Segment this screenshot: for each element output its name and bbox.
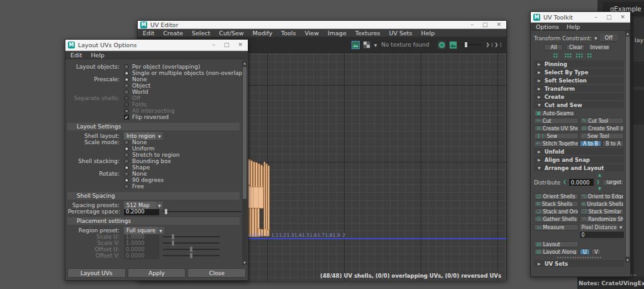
- spacing-presets-dropdown[interactable]: 512 Map▼: [124, 201, 163, 209]
- toolkit-scrollbar[interactable]: ▲ ▼: [625, 31, 630, 263]
- measure-button[interactable]: ⚌Measure: [534, 224, 579, 230]
- section-align-and-snap[interactable]: ▶Align and Snap: [534, 156, 624, 163]
- menu-help[interactable]: Help: [91, 52, 104, 59]
- menu-help[interactable]: Help: [567, 23, 580, 30]
- cut-tool-button[interactable]: ✎Cut Tool: [580, 118, 625, 124]
- menu-edit[interactable]: Edit: [143, 30, 154, 37]
- scroll-down-icon[interactable]: ▼: [625, 258, 630, 263]
- rotate-radio-0[interactable]: [124, 171, 129, 176]
- section-soft-selection[interactable]: ▶Soft Selection: [534, 77, 624, 84]
- gather-shells-button[interactable]: ☰Gather Shells: [534, 216, 579, 222]
- orient-to-edges-button[interactable]: ◹Orient to Edges: [580, 193, 625, 200]
- select-all-button[interactable]: All: [544, 44, 563, 50]
- region-preset-dropdown[interactable]: Full square▼: [124, 227, 164, 234]
- prescale-radio-1[interactable]: [124, 83, 129, 88]
- uv-to-shell-icon[interactable]: [587, 52, 594, 59]
- close-icon[interactable]: ✕: [496, 22, 501, 28]
- scroll-up-icon[interactable]: ▲: [242, 60, 247, 65]
- orient-shells-button[interactable]: ◫Orient Shells: [534, 193, 579, 200]
- distribute-value-field[interactable]: 0.0000: [569, 179, 594, 186]
- menu-view[interactable]: View: [304, 30, 319, 37]
- apply-button[interactable]: Apply: [128, 268, 186, 278]
- target-button[interactable]: Target: [602, 179, 624, 186]
- menu-create[interactable]: Create: [163, 30, 183, 37]
- distribute-right-icon[interactable]: ❯: [596, 180, 600, 184]
- menu-uv-sets[interactable]: UV Sets: [389, 30, 412, 37]
- b-to-a-button[interactable]: B to A: [602, 140, 624, 147]
- transform-constraint-value[interactable]: Off: [600, 34, 618, 42]
- menu-select[interactable]: Select: [192, 30, 210, 37]
- section-layout-settings[interactable]: Layout Settings: [67, 123, 240, 130]
- section-create[interactable]: ▶Create: [534, 93, 624, 100]
- cut-button[interactable]: ✂Cut: [534, 118, 579, 124]
- section-placement-settings[interactable]: Placement settings: [67, 217, 240, 225]
- menu-textures[interactable]: Textures: [355, 30, 380, 37]
- scrollbar-thumb[interactable]: [626, 37, 630, 257]
- toolkit-gripper[interactable]: [557, 257, 601, 258]
- maximize-icon[interactable]: □: [606, 14, 612, 20]
- select-clear-button[interactable]: Clear: [566, 44, 585, 50]
- close-icon[interactable]: ✕: [238, 42, 243, 48]
- layout-objects-radio-0[interactable]: [124, 64, 129, 69]
- maximize-icon[interactable]: □: [224, 42, 230, 48]
- layout-uvs-button[interactable]: Layout UVs: [67, 268, 126, 278]
- minimize-icon[interactable]: –: [212, 42, 215, 48]
- section-select-by-type[interactable]: ▶Select By Type: [534, 69, 624, 76]
- display-image-icon[interactable]: [352, 41, 360, 49]
- image-dim-slider[interactable]: [462, 44, 481, 45]
- section-pinning[interactable]: ▶Pinning: [534, 60, 624, 67]
- layout-along-v-button[interactable]: V: [591, 249, 601, 255]
- flip-reversed-checkbox[interactable]: ✔: [124, 115, 129, 120]
- section-shell-spacing[interactable]: Shell Spacing: [67, 192, 240, 200]
- layout-dialog-titlebar[interactable]: M Layout UVs Options – □ ✕: [65, 40, 248, 51]
- uv-to-edge-icon[interactable]: [564, 52, 572, 59]
- uv-to-vertex-icon[interactable]: [553, 52, 560, 59]
- distribute-up-icon[interactable]: ▲: [575, 173, 624, 178]
- scrollbar-thumb[interactable]: [243, 67, 247, 199]
- measure-value-field[interactable]: 0: [580, 232, 625, 238]
- scale-mode-radio-1[interactable]: [124, 146, 129, 151]
- sew-tool-button[interactable]: ⟋Sew Tool: [580, 133, 625, 139]
- shell-layout-dropdown[interactable]: Into region▼: [124, 132, 163, 140]
- section-arrange-and-layout[interactable]: ▼Arrange and Layout: [534, 164, 624, 171]
- close-icon[interactable]: ✕: [620, 14, 625, 20]
- close-button[interactable]: Close: [187, 268, 246, 278]
- image-range-icon[interactable]: [449, 41, 457, 49]
- section-unfold[interactable]: ▶Unfold: [534, 148, 624, 155]
- distribute-down-icon[interactable]: ▼: [575, 187, 624, 191]
- uv-editor-titlebar[interactable]: M UV Editor – □ ✕: [138, 21, 506, 29]
- menu-options[interactable]: Options: [536, 23, 559, 30]
- rotate-radio-2[interactable]: [124, 184, 129, 189]
- create-shell-grid-button[interactable]: ⊟Create Shell (Grid): [580, 125, 625, 132]
- layout-along-button[interactable]: ▤Layout Along: [534, 249, 579, 255]
- distribute-left-icon[interactable]: ❮: [563, 180, 567, 184]
- maximize-icon[interactable]: □: [482, 22, 488, 28]
- scroll-up-icon[interactable]: ▲: [625, 31, 630, 36]
- layout-along-u-button[interactable]: U: [580, 249, 590, 255]
- checker-texture-icon[interactable]: [363, 41, 371, 49]
- stack-similar-button[interactable]: ❐Stack Similar: [580, 208, 625, 215]
- sew-button[interactable]: ❙❘Sew: [534, 133, 579, 139]
- menu-help[interactable]: Help: [421, 30, 435, 37]
- randomize-shells-button[interactable]: ⁘Randomize Shells: [580, 216, 625, 222]
- section-uv-sets[interactable]: ▶UV Sets: [534, 260, 624, 267]
- menu-image[interactable]: Image: [328, 30, 347, 37]
- frame-step-icons[interactable]: ❯❘❯❘: [486, 42, 503, 47]
- uv-distortion-icon[interactable]: [438, 41, 446, 49]
- scale-mode-radio-2[interactable]: [124, 152, 129, 157]
- chevron-down-icon[interactable]: ▼: [374, 43, 377, 47]
- stack-and-orient-button[interactable]: ❏Stack and Orient: [534, 208, 579, 215]
- chevron-down-icon[interactable]: ▼: [594, 36, 597, 40]
- menu-edit[interactable]: Edit: [70, 52, 82, 59]
- minimize-icon[interactable]: –: [470, 22, 474, 28]
- section-cut-and-sew[interactable]: ▼Cut and Sew: [534, 101, 624, 108]
- unstack-shells-button[interactable]: ⧈Unstack Shells: [580, 201, 625, 207]
- prescale-radio-0[interactable]: [124, 77, 129, 82]
- layout-objects-radio-1[interactable]: [124, 71, 129, 76]
- rotate-radio-1[interactable]: [124, 178, 129, 183]
- menu-cut-sew[interactable]: Cut/Sew: [219, 30, 243, 37]
- shell-stacking-radio-1[interactable]: [124, 165, 129, 170]
- select-inverse-button[interactable]: Inverse: [588, 44, 611, 50]
- auto-seams-button[interactable]: ▣ Auto-Seams: [534, 110, 575, 116]
- scale-mode-radio-0[interactable]: [124, 140, 129, 145]
